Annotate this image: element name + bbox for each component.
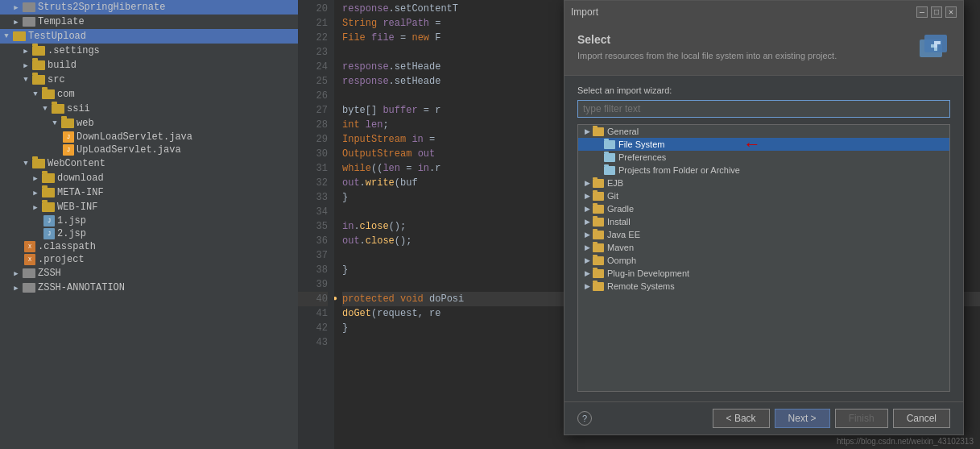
wizard-list-item[interactable]: Preferences xyxy=(578,151,949,164)
sidebar-item[interactable]: ▶.settings xyxy=(0,44,298,58)
sidebar-item-label: DownLoadServlet.java xyxy=(76,131,192,143)
expand-arrow: ▼ xyxy=(19,73,32,86)
wizard-list-item[interactable]: ▶EJB xyxy=(578,177,949,189)
expand-arrow: ▼ xyxy=(48,117,61,130)
sidebar-item[interactable]: ▶download xyxy=(0,171,298,185)
wizard-list-item[interactable]: ▶Plug-in Development xyxy=(578,267,949,280)
sidebar-item[interactable]: ▶ZSSH-ANNOTATION xyxy=(0,281,298,295)
wizard-list-item[interactable]: ▶Maven xyxy=(578,241,949,254)
sidebar-item[interactable]: ▶WEB-INF xyxy=(0,200,298,214)
folder-icon xyxy=(42,202,55,212)
sidebar-item[interactable]: X.project xyxy=(0,253,298,266)
wizard-list-item[interactable]: ▶Oomph xyxy=(578,254,949,267)
finish-button[interactable]: Finish xyxy=(835,409,888,428)
sidebar-item[interactable]: ▶Struts2SpringHibernate xyxy=(0,0,298,15)
sidebar-item-label: web xyxy=(76,118,94,129)
sidebar-item-label: ZSSH xyxy=(38,268,61,279)
sidebar-item[interactable]: ▼ssii xyxy=(0,102,298,116)
help-icon[interactable]: ? xyxy=(577,411,592,426)
line-number: 31 xyxy=(298,161,328,176)
wizard-list[interactable]: ▶GeneralFile System←PreferencesProjects … xyxy=(577,124,950,392)
wizard-list-item[interactable]: Projects from Folder or Archive xyxy=(578,164,949,177)
group-arrow: ▶ xyxy=(583,192,591,200)
line-number: 33 xyxy=(298,190,328,205)
folder-icon xyxy=(32,75,45,85)
folder-icon xyxy=(42,173,55,183)
expand-arrow: ▶ xyxy=(10,267,23,280)
cancel-button[interactable]: Cancel xyxy=(893,409,950,428)
folder-icon xyxy=(42,89,55,99)
sidebar-item[interactable]: JUpLoadServlet.java xyxy=(0,143,298,156)
sidebar-item[interactable]: ▶Template xyxy=(0,15,298,29)
wizard-list-item[interactable]: File System← xyxy=(578,138,949,151)
sidebar-item-label: TestUpload xyxy=(28,31,86,42)
wizard-folder-icon xyxy=(593,243,604,252)
line-number: 43 xyxy=(298,335,328,350)
sidebar-item-label: src xyxy=(48,74,65,85)
group-arrow: ▶ xyxy=(583,127,591,135)
wizard-folder-icon xyxy=(593,231,604,239)
maximize-button[interactable]: □ xyxy=(931,6,942,18)
expand-arrow: ▶ xyxy=(29,186,42,199)
next-button[interactable]: Next > xyxy=(775,409,830,428)
sidebar-item[interactable]: ▼web xyxy=(0,116,298,131)
expand-arrow: ▼ xyxy=(29,88,42,101)
dialog-body: Select Import resources from the local f… xyxy=(564,23,963,401)
line-number: 23 xyxy=(298,45,328,60)
sidebar-item[interactable]: ▶ZSSH xyxy=(0,266,298,281)
sidebar-item[interactable]: JDownLoadServlet.java xyxy=(0,131,298,143)
sidebar-item-label: 2.jsp xyxy=(57,228,86,239)
back-button[interactable]: < Back xyxy=(713,409,770,428)
sidebar-item[interactable]: ▼com xyxy=(0,87,298,102)
sidebar-item[interactable]: X.classpath xyxy=(0,240,298,253)
wizard-list-item[interactable]: ▶Java EE xyxy=(578,228,949,241)
import-dialog: Import — □ ✕ Select Import resources fro… xyxy=(564,0,964,435)
wizard-list-item[interactable]: ▶General xyxy=(578,125,949,138)
wizard-folder-icon xyxy=(593,179,604,188)
line-number: 30 xyxy=(298,147,328,161)
wizard-list-item[interactable]: ▶Gradle xyxy=(578,202,949,215)
group-arrow: ▶ xyxy=(583,269,591,277)
dialog-content: Select an import wizard: ▶GeneralFile Sy… xyxy=(564,76,963,401)
sidebar-item-label: ssii xyxy=(67,103,90,114)
line-arrow: ▶● xyxy=(334,292,337,306)
wizard-list-item[interactable]: ▶Install xyxy=(578,215,949,228)
expand-arrow: ▶ xyxy=(10,15,23,28)
minimize-button[interactable]: — xyxy=(916,6,928,18)
expand-arrow: ▼ xyxy=(19,157,32,170)
dialog-description: Import resources from the local file sys… xyxy=(577,51,910,60)
wizard-list-item[interactable]: ▶Git xyxy=(578,189,949,202)
wizard-item-label: Java EE xyxy=(607,230,640,239)
line-number: 38 xyxy=(298,263,328,277)
dialog-footer-left: ? xyxy=(577,411,592,426)
wizard-item-label: Install xyxy=(607,217,631,227)
sidebar-item[interactable]: ▶build xyxy=(0,58,298,73)
expand-arrow: ▼ xyxy=(39,102,52,115)
sidebar-item[interactable]: J2.jsp xyxy=(0,227,298,240)
jsp-file-icon: J xyxy=(43,228,55,239)
group-arrow: ▶ xyxy=(583,282,591,290)
sidebar-item[interactable]: ▼WebContent xyxy=(0,156,298,171)
dialog-footer-right: < Back Next > Finish Cancel xyxy=(713,409,950,428)
group-arrow: ▶ xyxy=(583,231,591,239)
close-button[interactable]: ✕ xyxy=(945,6,957,18)
sidebar-item[interactable]: ▼src xyxy=(0,73,298,87)
sidebar-item[interactable]: J1.jsp xyxy=(0,214,298,227)
wizard-list-item[interactable]: ▶Remote Systems xyxy=(578,280,949,293)
line-number: 36 xyxy=(298,234,328,248)
sidebar-item-label: .classpath xyxy=(38,241,96,252)
sidebar-item[interactable]: ▶META-INF xyxy=(0,185,298,200)
filter-input[interactable] xyxy=(577,100,950,118)
sidebar-item-label: com xyxy=(57,89,75,100)
classpath-file-icon: X xyxy=(24,241,35,252)
wizard-item-label: Git xyxy=(607,191,618,201)
line-number: 32 xyxy=(298,176,328,190)
folder-icon xyxy=(32,46,45,56)
sidebar-item-label: WEB-INF xyxy=(57,202,97,213)
wizard-item-label: Gradle xyxy=(607,204,634,214)
sidebar-item[interactable]: ▼TestUpload xyxy=(0,29,298,44)
wizard-item-icon xyxy=(604,153,615,162)
sidebar-item-label: download xyxy=(57,173,104,184)
wizard-folder-icon xyxy=(593,127,604,136)
wizard-item-icon xyxy=(604,140,615,149)
